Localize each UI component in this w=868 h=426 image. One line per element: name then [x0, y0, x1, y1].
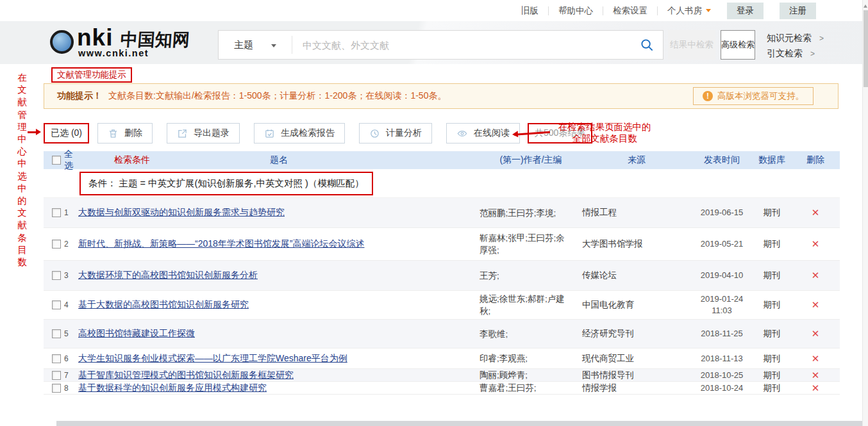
delete-row-icon[interactable]: ✕	[791, 238, 840, 250]
publish-date: 2019-05-21	[691, 238, 753, 250]
export-icon	[177, 128, 188, 139]
site-url-text: www.cnki.net	[78, 48, 149, 58]
delete-row-icon[interactable]: ✕	[791, 328, 840, 340]
table-row: 2 新时代、新挑战、新策略——“2018年学术图书馆发展”高端论坛会议综述 靳嘉…	[44, 228, 840, 261]
vertical-scrollbar[interactable]	[862, 0, 868, 426]
publish-date: 2019-06-15	[691, 207, 753, 218]
publish-date: 2018-11-13	[691, 353, 753, 365]
database-type: 期刊	[753, 328, 791, 340]
article-title-link[interactable]: 大数据与创新双驱动的知识创新服务需求与趋势研究	[78, 207, 285, 217]
personal-bookshelf-menu[interactable]: 个人书房	[667, 5, 711, 17]
search-input[interactable]	[292, 30, 631, 60]
table-row: 6 大学生知识服务创业模式探索——以广东理工学院Weshare平台为例 印睿;李…	[44, 348, 840, 369]
help-center-link[interactable]: 帮助中心	[558, 5, 593, 17]
annotation-arrow-icon	[28, 129, 44, 135]
publish-date: 2018-10-25	[691, 370, 753, 381]
knowledge-element-search-link[interactable]: 知识元检索 >	[767, 31, 824, 46]
function-notice-bar: 功能提示！ 文献条目数:文献输出/检索报告：1-500条；计量分析：1-200条…	[44, 83, 839, 109]
source: 中国电化教育	[582, 299, 691, 311]
source: 情报学报	[582, 382, 691, 394]
source: 大学图书馆学报	[582, 238, 691, 250]
row-checkbox[interactable]	[52, 240, 61, 249]
database-type: 期刊	[753, 270, 791, 281]
row-number: 4	[64, 300, 69, 309]
row-number: 7	[64, 371, 69, 380]
table-row: 3 大数据环境下的高校图书馆知识创新服务分析 王芳; 传媒论坛 2019-04-…	[44, 261, 840, 291]
article-title-link[interactable]: 基于智库知识管理模式的图书馆知识创新服务框架研究	[78, 370, 294, 380]
chevron-right-icon: >	[810, 49, 815, 58]
source: 情报工程	[582, 207, 691, 218]
article-title-link[interactable]: 新时代、新挑战、新策略——“2018年学术图书馆发展”高端论坛会议综述	[78, 238, 364, 249]
old-version-link[interactable]: 旧版	[521, 5, 538, 17]
row-number: 1	[64, 208, 69, 217]
authors: 姚远;徐世东;郝群;卢建秋;	[480, 293, 582, 317]
cnki-literature-management-page: 旧版 帮助中心 检索设置 个人书房 登录 注册 nki 中国知网 www.cnk…	[0, 0, 868, 426]
row-number: 2	[64, 240, 69, 249]
authors: 印睿;李观燕;	[480, 352, 582, 365]
select-all-label: 全选	[64, 149, 78, 172]
advanced-search-button[interactable]: 高级检索	[721, 30, 755, 60]
search-bar: 主题	[218, 30, 664, 60]
column-header-author: (第一)作者/主编	[480, 154, 582, 166]
authors: 范丽鹏;王曰芬;李境;	[480, 207, 582, 219]
article-title-link[interactable]: 高校图书馆特藏建设工作探微	[78, 328, 195, 338]
search-field-selected: 主题	[234, 39, 253, 51]
export-citations-button[interactable]: 导出题录	[167, 123, 240, 143]
database-type: 期刊	[753, 238, 791, 250]
search-settings-link[interactable]: 检索设置	[613, 5, 647, 17]
delete-button[interactable]: 删除	[97, 123, 153, 143]
browser-support-tip: ! 高版本浏览器可支持。	[693, 87, 814, 105]
extra-search-links: 知识元检索 > 引文检索 >	[767, 31, 824, 61]
login-button[interactable]: 登录	[727, 3, 764, 19]
delete-row-icon[interactable]: ✕	[791, 299, 840, 311]
divider	[657, 6, 658, 15]
cnki-logo[interactable]: nki 中国知网 www.cnki.net	[50, 27, 197, 61]
button-label: 生成检索报告	[281, 127, 335, 139]
table-row: 1 大数据与创新双驱动的知识创新服务需求与趋势研究 范丽鹏;王曰芬;李境; 情报…	[44, 198, 840, 228]
delete-row-icon[interactable]: ✕	[791, 370, 840, 381]
generate-search-report-button[interactable]: 生成检索报告	[254, 123, 345, 143]
article-title-link[interactable]: 基于数据科学的知识创新服务应用模式构建研究	[78, 382, 267, 393]
database-type: 期刊	[753, 299, 791, 311]
table-row: 5 高校图书馆特藏建设工作探微 李歌维; 经济研究导刊 2018-11-25 期…	[44, 320, 840, 348]
column-header-source: 来源	[582, 154, 691, 166]
row-checkbox[interactable]	[52, 271, 61, 280]
row-checkbox[interactable]	[52, 354, 61, 363]
delete-row-icon[interactable]: ✕	[791, 353, 840, 365]
authors: 王芳;	[480, 270, 582, 282]
row-checkbox[interactable]	[52, 208, 61, 217]
authors: 曹嘉君;王曰芬;	[480, 382, 582, 394]
row-number: 6	[64, 354, 69, 363]
article-title-link[interactable]: 大数据环境下的高校图书馆知识创新服务分析	[78, 270, 258, 280]
authors: 李歌维;	[480, 328, 582, 340]
column-header-date: 发表时间	[691, 154, 753, 166]
delete-row-icon[interactable]: ✕	[791, 270, 840, 281]
register-button[interactable]: 注册	[780, 3, 816, 19]
notice-prefix: 功能提示！	[57, 90, 102, 102]
literature-table: 全选 题名 检索条件 (第一)作者/主编 来源 发表时间 数据库 删除 条件： …	[44, 151, 840, 395]
delete-row-icon[interactable]: ✕	[791, 382, 840, 394]
select-all-checkbox[interactable]	[52, 156, 61, 165]
trash-icon	[108, 128, 119, 139]
row-checkbox[interactable]	[52, 371, 61, 380]
notice-body: 文献条目数:文献输出/检索报告：1-500条；计量分析：1-200条；在线阅读：…	[108, 90, 446, 102]
article-title-link[interactable]: 大学生知识服务创业模式探索——以广东理工学院Weshare平台为例	[78, 353, 347, 363]
table-row: 4 基于大数据的高校图书馆知识创新服务研究 姚远;徐世东;郝群;卢建秋; 中国电…	[44, 291, 840, 320]
source: 现代商贸工业	[582, 353, 691, 365]
row-checkbox[interactable]	[52, 300, 61, 309]
delete-row-icon[interactable]: ✕	[791, 207, 840, 218]
authors: 陶丽;顾烨青;	[480, 369, 582, 381]
scrollbar-thumb[interactable]	[864, 10, 868, 87]
annotation-line: 在检索结果页面选中的	[550, 121, 659, 133]
citation-search-link[interactable]: 引文检索 >	[767, 46, 824, 61]
row-checkbox[interactable]	[52, 384, 61, 393]
article-title-link[interactable]: 基于大数据的高校图书馆知识创新服务研究	[78, 299, 249, 309]
divider	[548, 6, 549, 15]
metric-analysis-button[interactable]: 计量分析	[359, 123, 432, 143]
search-field-selector[interactable]: 主题	[219, 31, 292, 59]
dropdown-caret-icon	[271, 44, 276, 50]
row-checkbox[interactable]	[52, 329, 61, 338]
search-button[interactable]	[631, 31, 663, 59]
button-label: 在线阅读	[474, 127, 510, 139]
scroll-up-icon[interactable]	[864, 3, 867, 8]
